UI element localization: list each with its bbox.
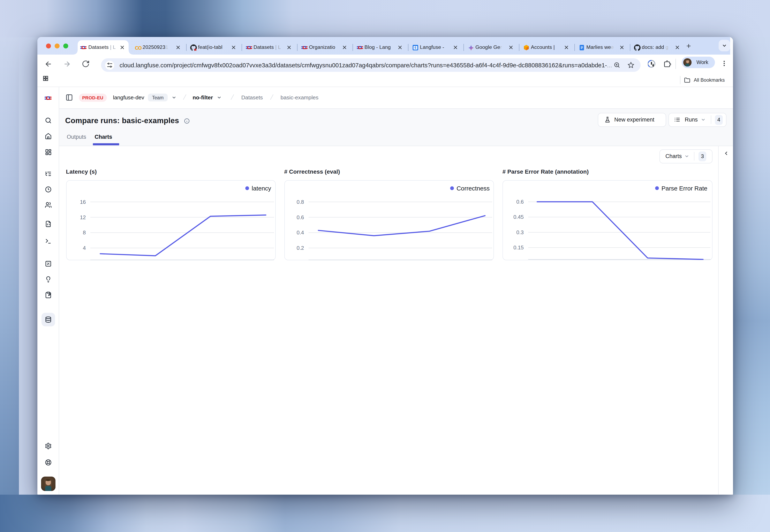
svg-text:0.6: 0.6	[297, 214, 304, 220]
svg-text:8: 8	[83, 230, 85, 235]
svg-text:0.8: 0.8	[297, 199, 304, 205]
svg-text:Parse Error Rate: Parse Error Rate	[661, 185, 707, 192]
svg-text:0.4: 0.4	[297, 230, 304, 235]
svg-text:0.6: 0.6	[516, 199, 524, 205]
svg-text:Correctness: Correctness	[456, 185, 489, 192]
svg-text:0.45: 0.45	[513, 214, 524, 220]
svg-text:0.2: 0.2	[297, 245, 304, 251]
svg-text:12: 12	[80, 214, 86, 220]
svg-text:CO: CO	[134, 45, 141, 50]
svg-text:4: 4	[83, 245, 85, 251]
svg-text:latency: latency	[252, 185, 271, 192]
svg-text:6: 6	[414, 46, 416, 49]
svg-text:0.3: 0.3	[516, 229, 524, 235]
svg-text:0.15: 0.15	[513, 245, 524, 250]
svg-text:16: 16	[80, 199, 86, 205]
